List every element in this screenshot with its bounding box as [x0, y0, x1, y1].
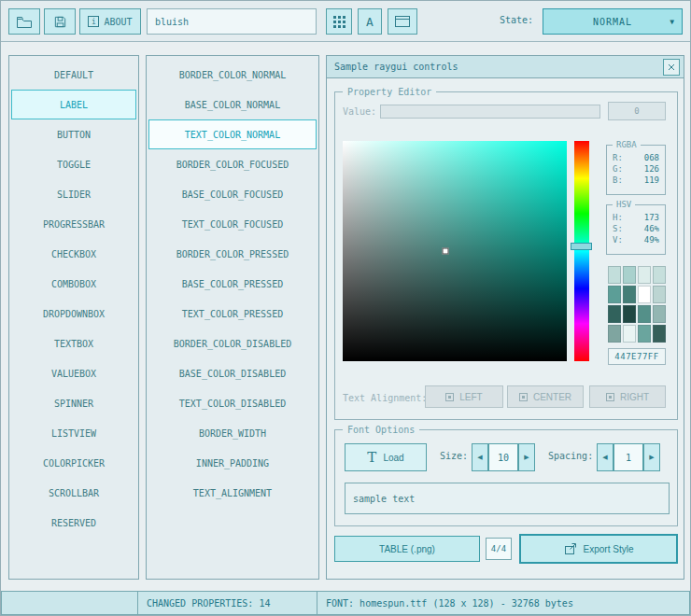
palette-swatch[interactable]: [608, 286, 621, 303]
spacing-increment-button[interactable]: ▶: [643, 443, 660, 471]
window-mode-button[interactable]: [388, 8, 417, 35]
control-list-item[interactable]: SLIDER: [11, 179, 136, 209]
property-list-item[interactable]: BORDER_WIDTH: [148, 418, 317, 448]
v-label: V:: [613, 235, 623, 245]
table-count-box[interactable]: 4/4: [486, 538, 512, 560]
property-list-item[interactable]: TEXT_COLOR_FOCUSED: [148, 209, 317, 239]
control-list-item[interactable]: BUTTON: [11, 119, 136, 149]
rgba-g-row: G: 126: [607, 163, 665, 175]
control-list-item[interactable]: PROGRESSBAR: [11, 209, 136, 239]
align-center-label: CENTER: [533, 392, 571, 402]
palette-swatch[interactable]: [638, 286, 651, 303]
spacing-value-box[interactable]: 1: [613, 443, 643, 471]
property-list-item[interactable]: BASE_COLOR_FOCUSED: [148, 179, 317, 209]
hsv-panel: HSV H: 173 S: 46% V: 49%: [606, 204, 666, 255]
property-list-item[interactable]: BORDER_COLOR_NORMAL: [148, 60, 317, 90]
control-list-item[interactable]: DEFAULT: [11, 60, 136, 90]
hsv-label: HSV: [613, 200, 635, 210]
palette-swatch[interactable]: [623, 266, 636, 284]
palette-swatch[interactable]: [638, 266, 651, 284]
control-list-item[interactable]: COLORPICKER: [11, 448, 136, 478]
palette-swatch[interactable]: [638, 305, 651, 323]
align-right-label: RIGHT: [620, 392, 649, 402]
sample-window-titlebar: Sample raygui controls: [327, 56, 684, 78]
hue-slider-handle[interactable]: [571, 243, 592, 250]
chevron-down-icon: ▼: [670, 18, 674, 26]
export-style-button[interactable]: Export Style: [519, 534, 678, 564]
about-button[interactable]: i ABOUT: [79, 8, 141, 35]
palette-swatch[interactable]: [623, 325, 636, 343]
palette-swatch[interactable]: [638, 325, 651, 343]
property-list-item[interactable]: BORDER_COLOR_FOCUSED: [148, 149, 317, 179]
rgba-b-row: B: 119: [607, 175, 665, 186]
control-list-item[interactable]: RESERVED: [11, 508, 136, 538]
open-style-button[interactable]: [8, 8, 40, 35]
close-button[interactable]: [663, 59, 680, 76]
hex-color-input[interactable]: 447E77FF: [608, 348, 666, 365]
property-list-item[interactable]: BORDER_COLOR_PRESSED: [148, 239, 317, 269]
control-list-item[interactable]: COMBOBOX: [11, 269, 136, 299]
align-left-button[interactable]: LEFT: [425, 385, 503, 408]
control-list-item[interactable]: TOGGLE: [11, 149, 136, 179]
font-a-icon: A: [366, 15, 374, 29]
property-list-item[interactable]: INNER_PADDING: [148, 448, 317, 478]
font-t-icon: T: [367, 451, 376, 465]
sample-window-title: Sample raygui controls: [334, 62, 458, 72]
style-table-export-button[interactable]: TABLE (.png): [334, 536, 480, 562]
export-style-label: Export Style: [584, 544, 634, 554]
color-picker-cursor[interactable]: [443, 248, 449, 255]
grid-icon: [333, 16, 346, 28]
status-cell-empty: [1, 591, 138, 615]
sample-text-input[interactable]: sample text: [345, 483, 670, 514]
control-list-item[interactable]: CHECKBOX: [11, 239, 136, 269]
save-style-button[interactable]: [44, 8, 76, 35]
h-label: H:: [613, 213, 623, 222]
palette-swatch[interactable]: [623, 305, 636, 323]
palette-swatch[interactable]: [653, 325, 666, 343]
palette-swatch[interactable]: [653, 266, 666, 284]
style-name-input[interactable]: [147, 8, 317, 35]
control-list-item[interactable]: LABEL: [11, 90, 136, 119]
property-list-item[interactable]: BASE_COLOR_PRESSED: [148, 269, 317, 299]
palette-swatch[interactable]: [608, 305, 621, 323]
hsv-v-row: V: 49%: [607, 234, 665, 245]
align-right-button[interactable]: RIGHT: [589, 385, 666, 408]
control-list-item[interactable]: SCROLLBAR: [11, 478, 136, 508]
style-table-button[interactable]: [326, 8, 352, 35]
palette-swatch[interactable]: [608, 325, 621, 343]
state-dropdown[interactable]: NORMAL ▼: [543, 8, 683, 35]
align-center-button[interactable]: CENTER: [507, 385, 584, 408]
b-value: 119: [644, 175, 659, 185]
size-decrement-button[interactable]: ◀: [472, 443, 488, 471]
spacing-decrement-button[interactable]: ◀: [597, 443, 613, 471]
palette-swatch[interactable]: [623, 286, 636, 303]
property-list-item[interactable]: TEXT_COLOR_DISABLED: [148, 388, 317, 418]
value-label: Value:: [343, 106, 376, 117]
property-list-item[interactable]: BORDER_COLOR_DISABLED: [148, 329, 317, 358]
value-box[interactable]: 0: [608, 102, 666, 120]
control-list-item[interactable]: VALUEBOX: [11, 358, 136, 388]
control-list-item[interactable]: TEXTBOX: [11, 329, 136, 358]
control-list-item[interactable]: DROPDOWNBOX: [11, 299, 136, 329]
arrow-left-icon: ◀: [602, 454, 607, 461]
control-list-item[interactable]: SPINNER: [11, 388, 136, 418]
about-button-label: ABOUT: [104, 17, 132, 27]
state-dropdown-value: NORMAL: [593, 17, 632, 27]
palette-swatch[interactable]: [653, 305, 666, 323]
hue-bar[interactable]: [574, 141, 589, 361]
property-list-item[interactable]: TEXT_ALIGNMENT: [148, 478, 317, 508]
size-value-box[interactable]: 10: [488, 443, 518, 471]
value-slider[interactable]: [380, 105, 600, 119]
font-load-button[interactable]: T Load: [345, 443, 427, 471]
color-picker-gradient[interactable]: [343, 141, 567, 361]
palette-swatch[interactable]: [653, 286, 666, 303]
property-list-item[interactable]: BASE_COLOR_NORMAL: [148, 90, 317, 119]
window-icon: [394, 15, 411, 28]
font-button[interactable]: A: [358, 8, 382, 35]
property-list-item[interactable]: TEXT_COLOR_NORMAL: [148, 119, 317, 149]
size-increment-button[interactable]: ▶: [518, 443, 535, 471]
property-list-item[interactable]: TEXT_COLOR_PRESSED: [148, 299, 317, 329]
palette-swatch[interactable]: [608, 266, 621, 284]
control-list-item[interactable]: LISTVIEW: [11, 418, 136, 448]
property-list-item[interactable]: BASE_COLOR_DISABLED: [148, 358, 317, 388]
